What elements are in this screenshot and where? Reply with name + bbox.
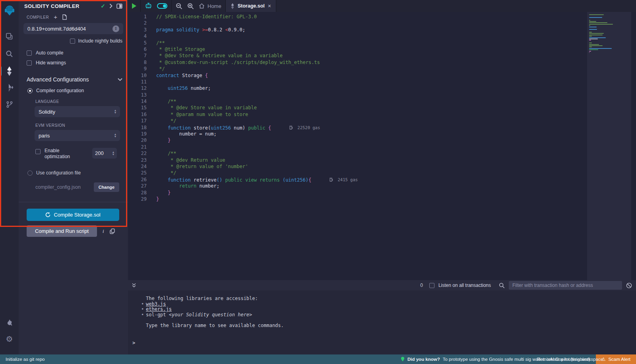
expand-terminal-icon[interactable] (132, 283, 136, 287)
close-tab-icon[interactable]: × (268, 3, 271, 9)
home-icon (199, 3, 205, 9)
search-icon[interactable] (0, 47, 19, 60)
line-number: 9 (128, 66, 147, 72)
terminal-prompt[interactable]: > (132, 340, 135, 346)
code-line[interactable]: 24 * @return value of 'number' (128, 163, 587, 170)
editor-tab-bar: Home Storage.sol × (128, 0, 636, 12)
settings-gear-icon[interactable]: ⚙ (0, 332, 19, 346)
code-line[interactable]: 21 (128, 144, 587, 150)
transaction-filter-input[interactable] (509, 281, 622, 290)
line-number: 29 (128, 196, 147, 202)
code-line[interactable]: 11 (128, 79, 587, 85)
solidity-compiler-icon[interactable] (0, 64, 19, 78)
code-line[interactable]: 15 * @dev Store value in variable (128, 105, 587, 111)
terminal-lib-item: •sol-gpt <your Solidity question here> (141, 312, 636, 318)
code-line[interactable]: 10contract Storage { (128, 72, 587, 79)
clear-console-icon[interactable] (626, 283, 632, 288)
pin-panel-icon[interactable] (116, 4, 122, 9)
hide-warnings-checkbox[interactable] (27, 60, 32, 66)
remix-logo-icon[interactable] (0, 0, 19, 21)
copy-icon[interactable] (110, 228, 115, 234)
zoom-in-icon[interactable] (187, 3, 194, 10)
home-tab[interactable]: Home (199, 3, 221, 9)
info-icon[interactable]: i (103, 228, 104, 234)
file-explorer-icon[interactable] (0, 29, 19, 43)
line-number: 17 (128, 118, 147, 124)
minimap[interactable] (587, 12, 631, 280)
line-number: 26 (128, 176, 147, 183)
optimization-runs-input[interactable]: 200 ▴▾ (92, 148, 117, 159)
code-line[interactable]: 19 number = num; (128, 131, 587, 137)
minimap-line (589, 27, 597, 27)
code-line[interactable]: 18 function store(uint256 num) public { … (128, 124, 587, 131)
git-init-status[interactable]: Initialize as git repo (6, 357, 45, 362)
code-line[interactable]: 26 function retrieve() public view retur… (128, 176, 587, 183)
code-line[interactable]: 14 /** (128, 98, 587, 105)
line-number: 18 (128, 124, 147, 131)
minimap-line (589, 44, 599, 45)
code-line[interactable]: 3pragma solidity >=0.8.2 <0.9.0; (128, 27, 587, 33)
code-line[interactable]: 28 } (128, 190, 587, 196)
terminal-output[interactable]: The following libraries are accessible: … (128, 290, 636, 354)
web3-link[interactable]: web3.js (146, 301, 166, 307)
code-line[interactable]: 4 (128, 33, 587, 39)
tab-storage-sol[interactable]: Storage.sol × (226, 0, 276, 12)
advanced-configurations-header[interactable]: Advanced Configurations (27, 76, 122, 83)
line-number: 5 (128, 40, 147, 46)
code-line[interactable]: 17 */ (128, 118, 587, 124)
zoom-out-icon[interactable] (176, 3, 182, 10)
include-nightly-checkbox[interactable] (70, 39, 75, 44)
add-compiler-icon[interactable]: + (54, 15, 57, 19)
ai-copilot-robot-icon[interactable] (145, 2, 152, 10)
deploy-run-icon[interactable] (0, 81, 19, 95)
code-line[interactable]: 13 (128, 92, 587, 98)
chevron-right-icon[interactable] (109, 4, 112, 8)
enable-optimization-label: Enableoptimization (45, 148, 70, 160)
code-line[interactable]: 20 } (128, 137, 587, 143)
code-line[interactable]: 22 /** (128, 150, 587, 157)
minimap-line (589, 14, 604, 15)
code-line[interactable]: 5/** (128, 40, 587, 46)
code-line[interactable]: 23 * @dev Return value (128, 157, 587, 163)
code-line[interactable]: 12 uint256 number; (128, 85, 587, 91)
line-number: 28 (128, 190, 147, 196)
code-line[interactable]: 6 * @title Storage (128, 46, 587, 52)
compiler-configuration-radio[interactable] (27, 88, 33, 93)
evm-version-select[interactable]: paris ▴▾ (35, 130, 120, 141)
code-line[interactable]: 8 * @custom:dev-run-script ./scripts/dep… (128, 59, 587, 66)
compiler-version-select[interactable]: 0.8.19+commit.7dd6d404 ▲▼ (23, 23, 123, 34)
open-file-icon[interactable] (62, 14, 67, 20)
code-line[interactable]: 7 * @dev Store & retrieve value in a var… (128, 52, 587, 59)
code-line[interactable]: 9 */ (128, 66, 587, 72)
code-line[interactable]: 2 (128, 20, 587, 26)
gas-pump-icon (330, 178, 333, 182)
code-line[interactable]: 27 return number; (128, 183, 587, 189)
stepper-arrows-icon[interactable]: ▴▾ (112, 151, 114, 156)
editor-scrollbar[interactable] (631, 12, 636, 280)
git-icon[interactable] (0, 98, 19, 111)
code-line[interactable]: 25 */ (128, 170, 587, 176)
copilot-toggle[interactable] (157, 3, 167, 9)
enable-optimization-checkbox[interactable] (35, 149, 41, 154)
compile-button[interactable]: Compile Storage.sol (27, 209, 119, 221)
code-area[interactable]: 1// SPDX-License-Identifier: GPL-3.023pr… (128, 14, 587, 202)
version-selector-icon: ▲▼ (112, 25, 119, 32)
language-select[interactable]: Solidity ▴▾ (35, 106, 120, 117)
listen-transactions-checkbox[interactable] (429, 283, 434, 288)
code-editor[interactable]: 1// SPDX-License-Identifier: GPL-3.023pr… (128, 12, 636, 280)
code-line[interactable]: 29} (128, 196, 587, 202)
auto-compile-checkbox[interactable] (27, 50, 32, 56)
compile-and-run-button[interactable]: Compile and Run script (27, 225, 97, 237)
run-script-play-button[interactable] (132, 3, 136, 9)
terminal-lib-item: •ethers.js (141, 307, 636, 312)
minimap-line (589, 35, 603, 35)
plugin-manager-icon[interactable] (0, 316, 19, 329)
terminal-search-icon[interactable] (499, 283, 505, 288)
ethers-link[interactable]: ethers.js (146, 306, 172, 312)
code-line[interactable]: 1// SPDX-License-Identifier: GPL-3.0 (128, 14, 587, 20)
use-configuration-file-radio[interactable] (27, 170, 33, 176)
line-number: 25 (128, 170, 147, 176)
change-config-button[interactable]: Change (94, 182, 119, 192)
line-number: 21 (128, 144, 147, 150)
code-line[interactable]: 16 * @param num value to store (128, 111, 587, 118)
